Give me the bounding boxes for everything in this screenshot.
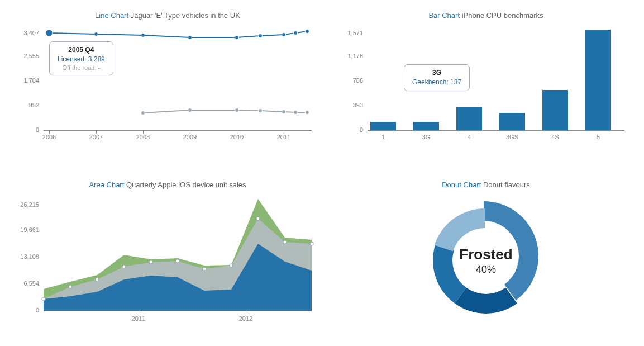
svg-point-45: [176, 259, 179, 263]
line-point[interactable]: [235, 108, 239, 112]
svg-point-43: [122, 265, 126, 268]
line-point[interactable]: [141, 34, 145, 37]
donut-slice-2[interactable]: [455, 288, 517, 314]
donut-chart-svg[interactable]: Frosted 40%: [341, 193, 631, 328]
svg-text:5: 5: [597, 134, 600, 140]
svg-text:19,661: 19,661: [20, 226, 39, 233]
line-point[interactable]: [259, 109, 263, 113]
svg-text:852: 852: [29, 102, 39, 108]
svg-text:3G: 3G: [422, 134, 431, 140]
svg-point-41: [69, 285, 72, 288]
bar[interactable]: [585, 30, 611, 130]
line-point[interactable]: [188, 36, 192, 40]
svg-text:2006: 2006: [42, 134, 56, 140]
bar-chart-title-link[interactable]: Bar Chart: [428, 11, 460, 20]
bar-chart-svg[interactable]: 0 393 786 1,178 1,571 1 3G 4 3GS 4S 5: [341, 24, 631, 153]
svg-text:2011: 2011: [132, 315, 145, 322]
svg-point-50: [310, 242, 313, 245]
donut-chart-title: Donut Chart Donut flavours: [341, 181, 631, 189]
bar[interactable]: [413, 122, 439, 130]
donut-chart-title-link[interactable]: Donut Chart: [442, 181, 481, 189]
donut-center-pct: 40%: [476, 264, 496, 275]
area-chart-panel: Area Chart Quarterly Apple iOS device un…: [17, 181, 318, 333]
bar-chart-tooltip: 3G Geekbench: 137: [404, 64, 470, 91]
donut-center-label: Frosted: [459, 246, 512, 263]
area-chart-svg[interactable]: 0 6,554 13,108 19,661 26,215 2011 2012: [17, 193, 318, 333]
tooltip-line: Licensed: 3,289: [58, 55, 105, 64]
svg-text:3GS: 3GS: [506, 134, 518, 140]
bar-chart-title-text: iPhone CPU benchmarks: [462, 11, 543, 20]
tooltip-title: 2005 Q4: [58, 46, 105, 54]
svg-point-40: [42, 297, 45, 301]
line-point[interactable]: [282, 110, 286, 114]
line-point[interactable]: [294, 31, 298, 35]
donut-chart-panel: Donut Chart Donut flavours Frosted 40%: [341, 181, 631, 333]
svg-text:1,571: 1,571: [347, 30, 363, 36]
tooltip-line: Geekbench: 137: [412, 78, 461, 87]
donut-chart-title-text: Donut flavours: [483, 181, 530, 189]
line-chart-title: Line Chart Jaguar 'E' Type vehicles in t…: [17, 11, 318, 20]
svg-text:1: 1: [381, 134, 385, 140]
bar[interactable]: [456, 107, 482, 130]
line-point[interactable]: [306, 111, 309, 115]
svg-point-42: [96, 278, 99, 281]
line-point[interactable]: [282, 33, 286, 37]
bar-chart-panel: Bar Chart iPhone CPU benchmarks 0 393 78…: [341, 11, 631, 153]
line-point-highlight[interactable]: [46, 30, 53, 36]
donut-slice-4[interactable]: [435, 208, 485, 252]
svg-text:2010: 2010: [230, 134, 244, 140]
svg-text:2007: 2007: [89, 134, 103, 140]
svg-text:13,108: 13,108: [20, 253, 39, 260]
area-series-1[interactable]: [44, 244, 312, 311]
svg-text:0: 0: [36, 307, 39, 314]
line-point[interactable]: [94, 32, 98, 36]
line-point[interactable]: [141, 111, 145, 115]
bar-chart-title: Bar Chart iPhone CPU benchmarks: [341, 11, 631, 20]
svg-text:2012: 2012: [239, 315, 252, 322]
area-chart-title: Area Chart Quarterly Apple iOS device un…: [17, 181, 318, 189]
svg-text:2011: 2011: [277, 134, 290, 140]
svg-text:3,407: 3,407: [23, 30, 39, 36]
line-chart-title-link[interactable]: Line Chart: [95, 11, 128, 20]
line-point[interactable]: [188, 108, 192, 112]
line-chart-title-text: Jaguar 'E' Type vehicles in the UK: [131, 11, 240, 20]
line-point[interactable]: [294, 111, 298, 115]
svg-text:1,178: 1,178: [347, 53, 363, 59]
svg-text:2,555: 2,555: [23, 53, 39, 59]
line-point[interactable]: [235, 36, 239, 40]
bar[interactable]: [370, 122, 396, 130]
svg-text:4S: 4S: [551, 134, 559, 140]
area-chart-title-text: Quarterly Apple iOS device unit sales: [126, 181, 246, 189]
bar[interactable]: [499, 113, 525, 130]
line-chart-tooltip: 2005 Q4 Licensed: 3,289 Off the road: -: [49, 41, 113, 75]
line-point[interactable]: [259, 34, 263, 38]
line-point[interactable]: [306, 30, 309, 34]
svg-text:393: 393: [353, 102, 363, 108]
svg-text:786: 786: [353, 77, 363, 84]
svg-text:0: 0: [36, 126, 39, 133]
svg-text:6,554: 6,554: [23, 280, 39, 287]
tooltip-title: 3G: [412, 69, 461, 77]
area-chart-title-link[interactable]: Area Chart: [89, 181, 124, 189]
svg-point-49: [283, 240, 287, 244]
svg-text:4: 4: [468, 134, 471, 140]
svg-point-48: [256, 217, 260, 220]
svg-text:26,215: 26,215: [20, 201, 39, 208]
svg-text:0: 0: [360, 126, 363, 133]
svg-point-44: [149, 260, 152, 264]
svg-text:1,704: 1,704: [23, 77, 39, 84]
svg-text:2008: 2008: [136, 134, 150, 140]
line-series-licensed[interactable]: [49, 31, 307, 37]
svg-text:2009: 2009: [183, 134, 197, 140]
bar[interactable]: [542, 90, 568, 130]
line-chart-panel: Line Chart Jaguar 'E' Type vehicles in t…: [17, 11, 318, 153]
svg-point-46: [203, 267, 206, 271]
tooltip-sub: Off the road: -: [58, 64, 105, 71]
svg-point-47: [230, 264, 233, 267]
